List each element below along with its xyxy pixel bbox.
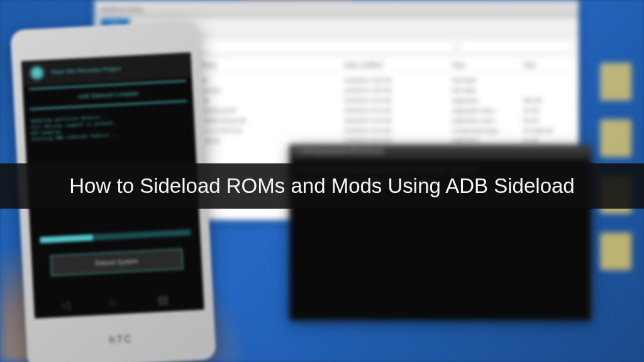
phone-brand-logo: hTC	[26, 329, 216, 351]
twrp-title: Team Win Recovery Project	[50, 65, 120, 75]
phone-nav-bar: ◁ ⌂ ▤	[34, 291, 204, 312]
back-icon[interactable]: ◁	[61, 297, 80, 311]
file-row[interactable]: cm-11-OFFICIAL 12/4/2014 4:24 PM Compres…	[200, 126, 574, 136]
column-size[interactable]: Size	[523, 62, 574, 69]
log-icon[interactable]: ▤	[157, 292, 177, 306]
home-icon[interactable]: ⌂	[109, 295, 128, 309]
column-type[interactable]: Type	[452, 62, 523, 69]
column-date[interactable]: Date modified	[343, 62, 451, 69]
explorer-title: platform-tools	[101, 6, 143, 13]
desktop-folder-icon[interactable]	[600, 63, 631, 101]
twrp-progress-bar	[40, 229, 191, 244]
twrp-logo-icon	[28, 63, 46, 82]
file-row[interactable]: systrace 12/4/2014 4:25 PM File folder	[200, 85, 574, 96]
desktop-folder-icon[interactable]	[600, 233, 631, 270]
file-list-header: Name Date modified Type Size	[200, 62, 574, 72]
file-row[interactable]: AdbWinApi.dll 12/4/2014 4:24 PM Applicat…	[200, 106, 574, 116]
reboot-system-button[interactable]: Reboot System	[50, 249, 183, 277]
file-row[interactable]: adb 12/4/2014 4:24 PM Application 985 KB	[200, 96, 574, 106]
desktop-folder-icon[interactable]	[600, 119, 631, 157]
search-input[interactable]	[459, 40, 572, 53]
file-row[interactable]: AdbWinUsbApi.dll 12/4/2014 4:24 PM Appli…	[200, 116, 574, 126]
column-name[interactable]: Name	[200, 62, 343, 69]
explorer-titlebar: platform-tools	[94, 0, 579, 19]
title-overlay-banner: How to Sideload ROMs and Mods Using ADB …	[0, 163, 644, 209]
page-title: How to Sideload ROMs and Mods Using ADB …	[69, 174, 574, 198]
file-row[interactable]: api 12/4/2014 4:25 PM File folder	[200, 75, 574, 85]
progress-fill	[40, 234, 92, 243]
cmd-titlebar: C:\Windows\system32\cmd.exe	[290, 145, 591, 160]
